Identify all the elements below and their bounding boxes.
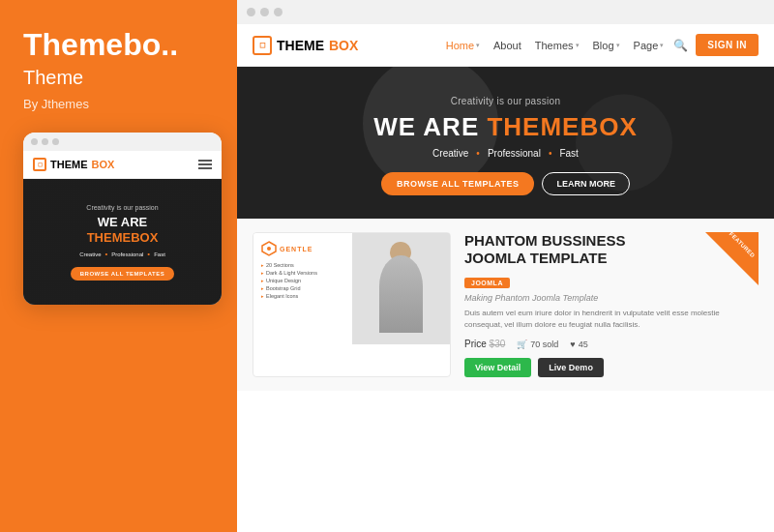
mobile-nav: ◻ THEMEBOX xyxy=(23,151,222,179)
hamburger-icon[interactable] xyxy=(198,160,212,169)
sold-count-value: 70 sold xyxy=(530,340,558,349)
nav-themes[interactable]: Themes ▾ xyxy=(535,40,580,51)
mobile-hero: Creativity is our passion WE ARE THEMEBO… xyxy=(23,179,222,305)
product-card-left: GENTLE 20 Sections Dark & Light Versions… xyxy=(253,233,362,344)
feature-list: 20 Sections Dark & Light Versions Unique… xyxy=(261,262,353,299)
sold-count: 🛒 70 sold xyxy=(517,340,558,349)
nav-page[interactable]: Page ▾ xyxy=(634,40,665,51)
desktop-browser-bar xyxy=(237,0,774,24)
product-card: GENTLE 20 Sections Dark & Light Versions… xyxy=(253,232,451,377)
desktop-logo: ◻ THEMEBOX xyxy=(253,36,358,55)
mobile-tagline: Creative • Professional • Fast xyxy=(79,250,165,258)
product-section: FEATURED PHANTOM BUSSINESSJOOMLA TEMPLAT… xyxy=(464,232,759,377)
tagline-dot-2: • xyxy=(549,148,552,159)
product-card-image: GENTLE 20 Sections Dark & Light Versions… xyxy=(253,233,450,344)
mobile-dot-professional: • xyxy=(147,250,150,258)
nav-about[interactable]: About xyxy=(493,40,521,51)
joomla-badge: JOOMLA xyxy=(464,278,510,288)
mobile-browser-bar xyxy=(23,133,222,151)
price-label: Price xyxy=(464,339,487,349)
search-icon[interactable]: 🔍 xyxy=(673,39,688,52)
product-buttons: View Detail Live Demo xyxy=(464,358,759,377)
svg-point-1 xyxy=(267,247,271,251)
feature-item-3: Unique Design xyxy=(261,278,353,283)
person-figure xyxy=(379,255,423,323)
tagline-professional: Professional xyxy=(488,148,541,159)
person-body xyxy=(379,255,423,333)
feature-item-1: 20 Sections xyxy=(261,262,353,268)
gentle-text-label: GENTLE xyxy=(280,246,313,252)
mobile-logo: ◻ THEMEBOX xyxy=(33,158,114,171)
mobile-preview: ◻ THEMEBOX Creativity is our passion WE … xyxy=(23,133,222,305)
mobile-dot-2 xyxy=(42,138,48,145)
mobile-logo-text1: THEME xyxy=(50,159,88,170)
likes-count: ♥ 45 xyxy=(570,340,587,349)
nav-links: Home ▾ About Themes ▾ Blog ▾ Page ▾ xyxy=(446,40,665,51)
tagline-dot-1: • xyxy=(476,148,480,159)
price-old: $30 xyxy=(490,339,506,349)
feature-item-4: Bootstrap Grid xyxy=(261,285,353,291)
cart-icon: 🛒 xyxy=(517,340,527,349)
mobile-dot-1 xyxy=(31,138,38,145)
desktop-passion-text: Creativity is our passion xyxy=(256,96,755,106)
mobile-we-are: WE ARE xyxy=(98,215,148,229)
product-meta: Price $30 🛒 70 sold ♥ 45 xyxy=(464,339,759,349)
desktop-we-are: WE ARE THEMEBOX xyxy=(256,112,755,142)
desktop-logo-part2: BOX xyxy=(329,38,358,53)
live-demo-button[interactable]: Live Demo xyxy=(538,358,604,377)
right-panel: ◻ THEMEBOX Home ▾ About Themes ▾ Blog ▾ … xyxy=(237,0,774,532)
view-detail-button[interactable]: View Detail xyxy=(464,358,531,377)
mobile-tagline-professional: Professional xyxy=(111,251,143,257)
mobile-logo-icon: ◻ xyxy=(33,158,46,171)
desktop-dot-1 xyxy=(247,8,255,16)
mobile-logo-text2: BOX xyxy=(92,159,115,170)
mobile-browse-button[interactable]: BROWSE ALL TEMPLATES xyxy=(71,267,175,281)
gentle-logo-icon xyxy=(261,241,277,256)
price-text: Price $30 xyxy=(464,339,505,349)
mobile-passion-text: Creativity is our passion xyxy=(86,204,158,211)
desktop-dot-3 xyxy=(274,8,283,16)
mobile-tagline-creative: Creative xyxy=(79,251,101,257)
desktop-logo-part1: THEME xyxy=(277,38,324,53)
desktop-hero: Creativity is our passion WE ARE THEMEBO… xyxy=(237,67,774,219)
likes-count-value: 45 xyxy=(579,340,588,349)
main-title: Themebo.. xyxy=(23,27,178,63)
mobile-tagline-fast: Fast xyxy=(154,251,165,257)
mobile-dot-creative: • xyxy=(105,250,108,258)
featured-ribbon xyxy=(705,232,759,285)
tagline-fast: Fast xyxy=(559,148,578,159)
left-panel: Themebo.. Theme By Jthemes ◻ THEMEBOX Cr… xyxy=(0,0,237,532)
browse-button[interactable]: BROWSE ALL TEMPLATES xyxy=(381,172,534,195)
desktop-dot-2 xyxy=(260,8,269,16)
home-chevron: ▾ xyxy=(476,42,480,49)
mobile-dot-3 xyxy=(52,138,59,145)
gentle-logo: GENTLE xyxy=(261,241,353,256)
page-chevron: ▾ xyxy=(660,42,664,49)
we-are-label: WE ARE xyxy=(373,112,487,141)
nav-home[interactable]: Home ▾ xyxy=(446,40,480,51)
nav-blog[interactable]: Blog ▾ xyxy=(593,40,620,51)
signin-button[interactable]: SIGN IN xyxy=(696,34,759,56)
desktop-tagline: Creative • Professional • Fast xyxy=(256,148,755,159)
heart-icon: ♥ xyxy=(570,340,575,349)
desktop-logo-icon: ◻ xyxy=(253,36,272,55)
product-subtitle: Making Phantom Joomla Template xyxy=(464,293,759,303)
tagline-creative: Creative xyxy=(432,148,468,159)
desktop-content: GENTLE 20 Sections Dark & Light Versions… xyxy=(237,219,774,391)
product-description: Duis autem vel eum iriure dolor in hendr… xyxy=(464,308,759,331)
blog-chevron: ▾ xyxy=(616,42,620,49)
desktop-themebox-label: THEMEBOX xyxy=(487,112,637,141)
author-label: By Jthemes xyxy=(23,97,89,111)
themes-chevron: ▾ xyxy=(576,42,580,49)
feature-item-5: Elegant Icons xyxy=(261,293,353,299)
sub-title: Theme xyxy=(23,67,83,89)
feature-item-2: Dark & Light Versions xyxy=(261,270,353,276)
product-card-right xyxy=(352,233,451,344)
desktop-nav: ◻ THEMEBOX Home ▾ About Themes ▾ Blog ▾ … xyxy=(237,24,774,67)
hero-buttons: BROWSE ALL TEMPLATES LEARN MORE xyxy=(256,172,755,195)
learn-more-button[interactable]: LEARN MORE xyxy=(542,172,630,195)
mobile-themebox: THEMEBOX xyxy=(87,230,159,245)
